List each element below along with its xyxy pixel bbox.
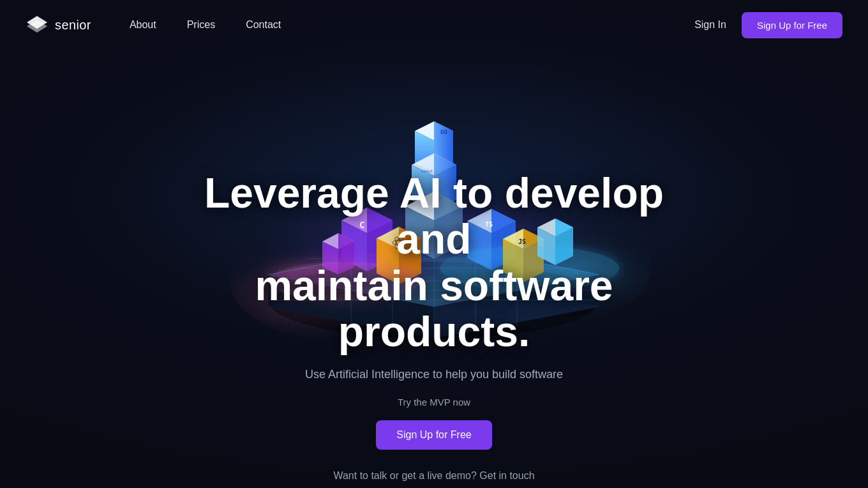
hero-try-label: Try the MVP now	[398, 397, 470, 408]
nav-contact[interactable]: Contact	[246, 19, 281, 31]
nav-prices[interactable]: Prices	[187, 19, 215, 31]
hero-section: senior AI GO	[0, 0, 868, 488]
nav-links: About Prices Contact	[130, 19, 281, 31]
svg-text:GO: GO	[440, 129, 447, 135]
nav-right: Sign In Sign Up for Free	[694, 12, 842, 38]
nav-signup-button[interactable]: Sign Up for Free	[742, 12, 842, 38]
hero-subtitle: Use Artificial Intelligence to help you …	[305, 368, 563, 381]
hero-title: Leverage AI to develop and maintain soft…	[185, 170, 683, 355]
hero-bottom-text: Want to talk or get a live demo? Get in …	[333, 470, 534, 482]
hero-content: Leverage AI to develop and maintain soft…	[185, 170, 683, 450]
logo-icon	[26, 13, 49, 36]
nav-about[interactable]: About	[130, 19, 156, 31]
hero-signup-button[interactable]: Sign Up for Free	[376, 420, 491, 450]
navbar: senior About Prices Contact Sign In Sign…	[0, 0, 868, 50]
sign-in-link[interactable]: Sign In	[694, 19, 726, 31]
logo-link[interactable]: senior	[26, 13, 91, 36]
logo-text: senior	[55, 18, 91, 33]
